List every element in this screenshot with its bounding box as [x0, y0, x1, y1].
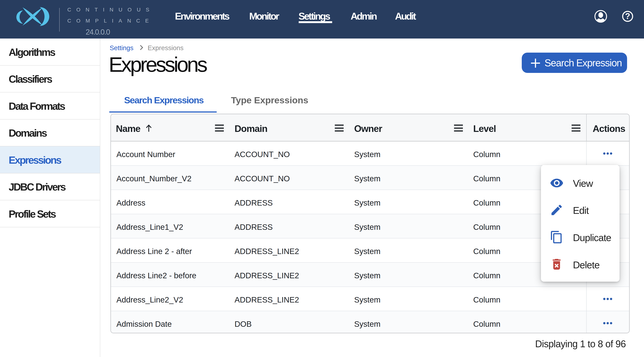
svg-text:?: ? [625, 11, 630, 21]
